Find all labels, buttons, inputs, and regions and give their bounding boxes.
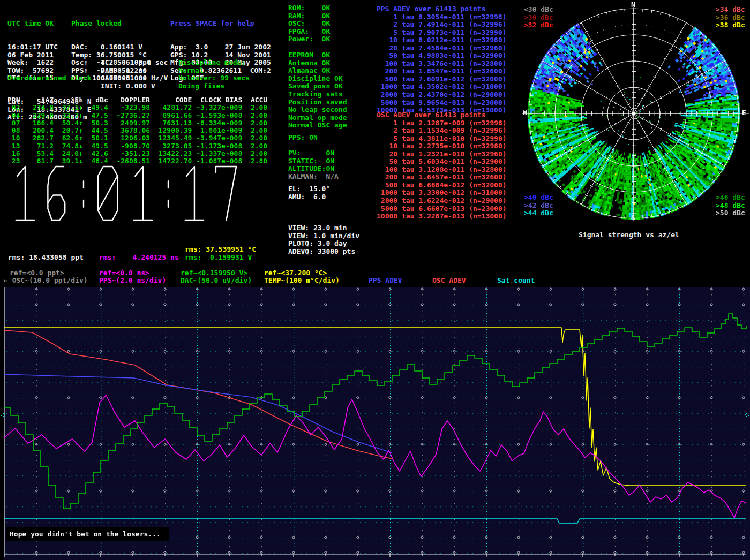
status-line: Saved posn OK — [288, 82, 347, 90]
cell-code: 8961.66 — [150, 112, 192, 119]
cell-n: (n=32000) — [469, 181, 506, 190]
osc-adev-table: OSC ADEV over 61413 points 1 tau2.1287e-… — [377, 111, 507, 221]
cell-prn: 23 — [8, 157, 20, 165]
cell-tau: 1 tau — [377, 13, 414, 21]
status-line: DAC: 0.160141 V — [71, 43, 151, 51]
odclock-title: Overdetermined clock — [8, 74, 92, 82]
status-line: Discipline OK — [288, 75, 347, 83]
status-line: Holdover: 99 secs — [178, 74, 250, 82]
pps-status: PPS: ON — [288, 134, 318, 142]
table-row: 5 tau4.3811e-010(n=32990) — [377, 135, 507, 143]
table-row: 20 tau1.2321e-010(n=32960) — [377, 150, 507, 158]
cell-accu: 2.00 — [242, 150, 267, 157]
cell-adev: 1.1534e-009 — [418, 127, 464, 135]
status-line: GAIN:-5.000 Hz/V — [101, 74, 168, 82]
receiver-status-block: ROM: OKRAM: OKOSC: OKFPGA: OKPower: OK — [288, 4, 330, 43]
legend-entry: >38 dBc — [716, 21, 745, 29]
cell-adev: 7.6091e-012 — [418, 75, 464, 84]
cell-code: 4281.72 — [150, 104, 192, 111]
plot-scale-label: PPS~(2.0 ns/div) — [99, 277, 166, 285]
cell-tau: 1 tau — [377, 119, 414, 127]
view-block: VIEW: 23.0 minVIEW: 1.0 min/divPLOTQ: 3.… — [288, 224, 359, 255]
big-clock-canvas — [8, 162, 276, 224]
compass-s: S — [631, 214, 635, 222]
cell-tau: 10 tau — [377, 142, 414, 150]
col-header: CLOCK BIAS — [192, 96, 242, 104]
rms-label: rms: 0.159931 V — [185, 254, 252, 262]
cell-n: (n=23000) — [469, 99, 506, 107]
status-line: Temp: 36.750015 °C — [71, 51, 151, 59]
cell-clock-bias: 1.801e-009 — [192, 127, 242, 134]
compass-e: E — [742, 109, 746, 117]
status-line: KALMAN: N/A — [288, 173, 339, 181]
cell-el: 62.6↑ — [54, 134, 83, 142]
cell-adev: 3.2287e-013 — [418, 213, 464, 221]
cell-adev: 8.3054e-011 — [418, 13, 464, 21]
col-header: ACCU — [242, 96, 267, 104]
cell-el: 37.1↓ — [54, 104, 83, 111]
status-line: RAM: OK — [288, 12, 330, 20]
table-row: 5 tau7.9073e-011(n=32990) — [377, 29, 507, 37]
cell-prn: 13 — [8, 142, 20, 150]
cell-adev: 6.6607e-013 — [418, 205, 464, 213]
cell-tau: 200 tau — [377, 173, 414, 181]
cell-tau: 2 tau — [377, 21, 414, 29]
cell-n: (n=32980) — [469, 36, 506, 44]
cell-n: (n=32600) — [469, 173, 506, 181]
cell-el: 74.8↓ — [54, 142, 83, 150]
cell-tau: 5000 tau — [377, 99, 414, 107]
cell-adev: 1.6224e-012 — [418, 197, 464, 205]
cell-code: 7631.13 — [150, 119, 192, 127]
cell-n: (n=32998) — [469, 119, 506, 127]
legend-entry: >44 dBc — [524, 209, 553, 217]
cell-tau: 5 tau — [377, 29, 414, 37]
sat-table: PRN°AZ°ELdBcDOPPLERCODECLOCK BIASACCU 02… — [8, 96, 267, 165]
polar-caption: Signal strength vs az/el — [579, 231, 679, 239]
cell-clock-bias: -3.947e-009 — [192, 134, 242, 142]
cell-prn: 16 — [8, 150, 20, 157]
status-line: Almanac OK — [288, 67, 347, 75]
cell-tau: 2000 tau — [377, 91, 414, 99]
col-header: °EL — [54, 96, 83, 104]
cell-doppler: 1206.03 — [108, 134, 150, 142]
table-row: 2 tau7.4914e-011(n=32996) — [377, 21, 507, 29]
cell-dbc: 44.5 — [83, 127, 108, 134]
status-line: Doing fixes — [178, 82, 250, 90]
cell-az: 229.0 — [20, 112, 54, 119]
cell-az: 274.8 — [20, 104, 54, 111]
table-row: 2 tau1.1534e-009(n=32996) — [377, 127, 507, 135]
legend-entry: >34 dBc — [716, 6, 745, 14]
cell-accu: 2.00 — [242, 127, 267, 134]
plot-scale-label: ← OSC~(10.0 ppt/div) — [4, 277, 88, 285]
plot-scale-label: DAC~(50.0 uV/div) — [181, 277, 252, 285]
cell-adev: 2.2735e-010 — [418, 142, 464, 150]
table-row: 5000 tau9.9654e-013(n=23000) — [377, 99, 507, 107]
cell-doppler: -351.23 — [108, 150, 150, 157]
table-row: 07186.450.4↑50.32499.977631.13-8.334e-00… — [8, 119, 267, 127]
status-line: VIEW: 23.0 min — [288, 224, 359, 232]
status-line: Antenna OK — [288, 59, 347, 67]
gps-status-block: EEPROM OKAntenna OKAlmanac OKDiscipline … — [288, 51, 347, 130]
legend-entry: >32 dBc — [524, 21, 553, 29]
cell-tau: 2 tau — [377, 127, 414, 135]
cell-az: 71.2 — [20, 142, 54, 150]
table-row: 1371.274.8↓49.5-908.703273.05-1.173e-008… — [8, 142, 267, 150]
rms-label: rms: 37.539951 °C — [185, 246, 256, 254]
status-line: Normal OSC age — [288, 122, 347, 130]
status-line: EEPROM OK — [288, 51, 347, 59]
cell-n: (n=32900) — [469, 52, 506, 60]
pps-adev-title: PPS ADEV over 61413 points — [377, 5, 507, 13]
cell-accu: 2.00 — [242, 134, 267, 142]
cell-adev: 7.9073e-011 — [418, 29, 464, 37]
plot-scale-label: PPS ADEV — [369, 277, 402, 285]
cell-prn: 04 — [8, 112, 20, 119]
cell-adev: 2.1287e-009 — [418, 119, 464, 127]
cell-tau: 1000 tau — [377, 189, 414, 197]
cell-tau: 20 tau — [377, 150, 414, 158]
cell-tau: 5000 tau — [377, 205, 414, 213]
cell-accu: 2.80 — [242, 157, 267, 165]
cell-doppler: -2736.27 — [108, 112, 150, 119]
help-block-title: Press SPACE for help — [170, 20, 271, 28]
status-line: Normal — [178, 67, 250, 75]
cell-accu: 2.00 — [242, 119, 267, 127]
